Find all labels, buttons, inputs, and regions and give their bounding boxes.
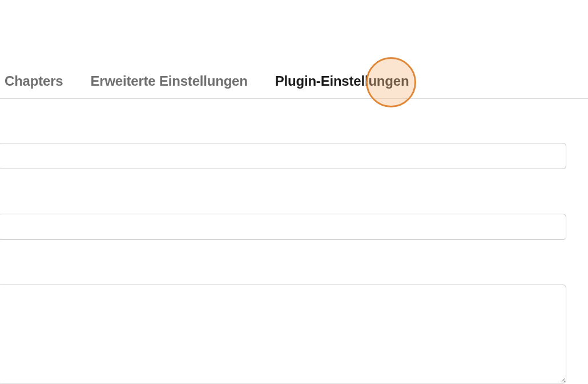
tab-plugin-settings[interactable]: Plugin-Einstellungen (275, 73, 409, 98)
form-container (0, 99, 588, 384)
input-field-1[interactable] (0, 143, 566, 169)
tab-chapters[interactable]: Chapters (5, 73, 63, 98)
textarea-field-3[interactable] (0, 285, 566, 383)
tabs-container: Chapters Erweiterte Einstellungen Plugin… (0, 73, 588, 99)
input-field-2[interactable] (0, 214, 566, 240)
tab-advanced-settings[interactable]: Erweiterte Einstellungen (90, 73, 247, 98)
